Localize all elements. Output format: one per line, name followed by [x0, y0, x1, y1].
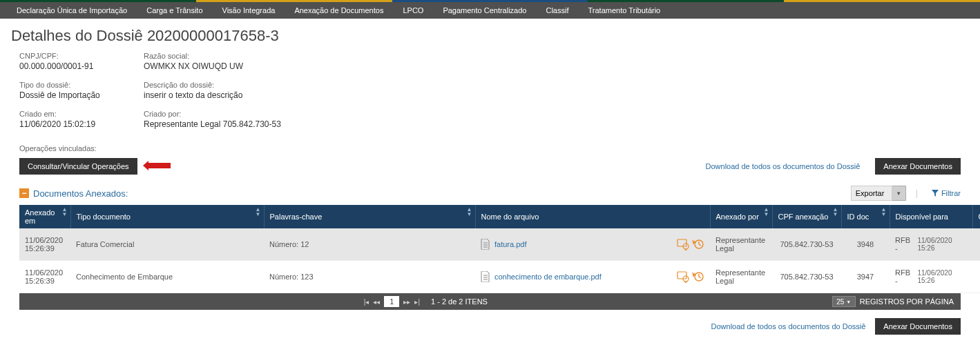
cell-orgao: + [972, 261, 980, 293]
th-palavras[interactable]: Palavras-chave▲▼ [264, 205, 475, 228]
svg-rect-0 [678, 239, 686, 246]
sort-icon: ▲▼ [467, 207, 472, 217]
chevron-down-icon: ▼ [846, 299, 851, 304]
filter-label: Filtrar [941, 189, 961, 197]
page-next-button[interactable]: ▸▸ [403, 298, 410, 306]
cell-anexado-por: Representante Legal [710, 261, 772, 293]
cell-tipo: Conhecimento de Embarque [70, 261, 264, 293]
export-input[interactable] [851, 186, 892, 201]
cell-anexado-em: 11/06/2020 15:26:39 [19, 228, 70, 261]
download-all-link-top[interactable]: Download de todos os documentos do Dossi… [706, 162, 861, 170]
cell-tipo: Fatura Comercial [70, 228, 264, 261]
chevron-down-icon: ▼ [896, 190, 901, 197]
table-row: 11/06/2020 15:26:39Conhecimento de Embar… [19, 261, 980, 293]
section-title: Documentos Anexados: [33, 188, 128, 199]
page-first-button[interactable]: |◂ [364, 298, 369, 306]
nav-item-lpco[interactable]: LPCO [393, 2, 433, 19]
sort-icon: ▲▼ [256, 207, 261, 217]
th-anexado-por[interactable]: Anexado por▲▼ [710, 205, 772, 228]
main-nav: Declaração Única de Importação Carga e T… [0, 2, 980, 19]
file-link[interactable]: fatura.pdf [494, 240, 526, 248]
sort-icon: ▲▼ [62, 207, 68, 217]
section-header: − Documentos Anexados: ▼ | Filtrar [0, 183, 980, 205]
page-last-button[interactable]: ▸| [414, 298, 420, 306]
cell-cpf: 705.842.730-53 [772, 228, 841, 261]
nav-item-anexacao[interactable]: Anexação de Documentos [285, 2, 393, 19]
sort-icon: ▲▼ [764, 207, 769, 217]
consultar-vincular-button[interactable]: Consultar/Vincular Operações [19, 158, 137, 175]
export-dropdown-button[interactable]: ▼ [892, 186, 906, 201]
documents-table: Anexado em▲▼ Tipo documento▲▼ Palavras-c… [19, 205, 980, 293]
nav-item-duimp[interactable]: Declaração Única de Importação [7, 2, 137, 19]
descricao-label: Descrição do dossiê: [144, 81, 309, 89]
download-all-link-bottom[interactable]: Download de todos os documentos do Dossi… [711, 322, 866, 331]
criado-em-value: 11/06/2020 15:02:19 [19, 119, 116, 129]
cell-arquivo: fatura.pdf [475, 228, 710, 261]
cnpj-value: 00.000.000/0001-91 [19, 61, 116, 71]
history-icon[interactable] [692, 238, 704, 250]
sort-icon: ▲▼ [881, 207, 887, 217]
nav-item-classif[interactable]: Classif [536, 2, 578, 19]
th-id[interactable]: ID doc▲▼ [841, 205, 890, 228]
collapse-toggle-button[interactable]: − [19, 188, 29, 198]
funnel-icon [932, 190, 939, 197]
tipo-label: Tipo do dossiê: [19, 81, 116, 89]
sort-icon: ▲▼ [833, 207, 838, 217]
divider: | [916, 188, 918, 198]
cell-palavras: Número: 12 [264, 228, 475, 261]
page-number[interactable]: 1 [384, 296, 399, 307]
operacoes-label: Operações vinculadas: [0, 144, 980, 158]
cnpj-label: CNPJ/CPF: [19, 52, 116, 60]
th-tipo[interactable]: Tipo documento▲▼ [70, 205, 264, 228]
cell-disponivel: RFB -11/06/2020 15:26 [890, 228, 972, 261]
th-cpf[interactable]: CPF anexação▲▼ [772, 205, 841, 228]
documents-table-wrap: Anexado em▲▼ Tipo documento▲▼ Palavras-c… [0, 205, 980, 293]
tipo-value: Dossiê de Importação [19, 90, 116, 100]
descricao-value: inserir o texto da descrição [144, 90, 309, 100]
filter-link[interactable]: Filtrar [932, 189, 961, 197]
nav-item-visao[interactable]: Visão Integrada [213, 2, 285, 19]
table-footer-bar: |◂ ◂◂ 1 ▸▸ ▸| 1 - 2 de 2 ITENS 25▼ REGIS… [19, 293, 961, 310]
th-orgao[interactable]: Órgão [972, 205, 980, 228]
cell-anexado-em: 11/06/2020 15:26:39 [19, 261, 70, 293]
nav-item-pagamento[interactable]: Pagamento Centralizado [433, 2, 536, 19]
page-prev-button[interactable]: ◂◂ [373, 298, 380, 306]
svg-rect-3 [678, 272, 686, 279]
certificate-icon[interactable] [677, 238, 689, 250]
page-title: Detalhes do Dossiê 20200000017658-3 [0, 19, 980, 52]
razao-label: Razão social: [144, 52, 309, 60]
anexar-button-top[interactable]: Anexar Documentos [875, 158, 961, 175]
per-page-label: REGISTROS POR PÁGINA [860, 297, 954, 306]
th-arquivo[interactable]: Nome do arquivo [475, 205, 710, 228]
document-icon [481, 239, 490, 250]
criado-por-label: Criado por: [144, 110, 309, 118]
document-icon [481, 271, 490, 282]
cell-disponivel: RFB -11/06/2020 15:26 [890, 261, 972, 293]
razao-value: OWMKX NX OIWUQD UW [144, 61, 309, 71]
criado-em-label: Criado em: [19, 110, 116, 118]
minus-icon: − [21, 190, 26, 196]
bottom-actions: Download de todos os documentos do Dossi… [0, 310, 980, 345]
cell-id: 3948 [841, 228, 890, 261]
history-icon[interactable] [692, 270, 704, 283]
page-range: 1 - 2 de 2 ITENS [431, 297, 488, 306]
annotation-arrow-icon [143, 160, 173, 172]
action-row-top: Consultar/Vincular Operações Download de… [0, 158, 980, 183]
cell-palavras: Número: 123 [264, 261, 475, 293]
details-panel: CNPJ/CPF: 00.000.000/0001-91 Razão socia… [0, 52, 980, 144]
cell-arquivo: conhecimento de embarque.pdf [475, 261, 710, 293]
cell-orgao: + [972, 228, 980, 261]
criado-por-value: Representante Legal 705.842.730-53 [144, 119, 309, 129]
table-row: 11/06/2020 15:26:39Fatura ComercialNúmer… [19, 228, 980, 261]
file-link[interactable]: conhecimento de embarque.pdf [494, 273, 602, 281]
per-page-select[interactable]: 25▼ [832, 296, 856, 307]
th-disponivel[interactable]: Disponível para [890, 205, 972, 228]
nav-item-carga[interactable]: Carga e Trânsito [137, 2, 212, 19]
cell-anexado-por: Representante Legal [710, 228, 772, 261]
th-anexado-em[interactable]: Anexado em▲▼ [19, 205, 70, 228]
anexar-button-bottom[interactable]: Anexar Documentos [875, 318, 961, 335]
nav-item-tributario[interactable]: Tratamento Tributário [578, 2, 670, 19]
cell-id: 3947 [841, 261, 890, 293]
cell-cpf: 705.842.730-53 [772, 261, 841, 293]
certificate-icon[interactable] [677, 270, 689, 283]
